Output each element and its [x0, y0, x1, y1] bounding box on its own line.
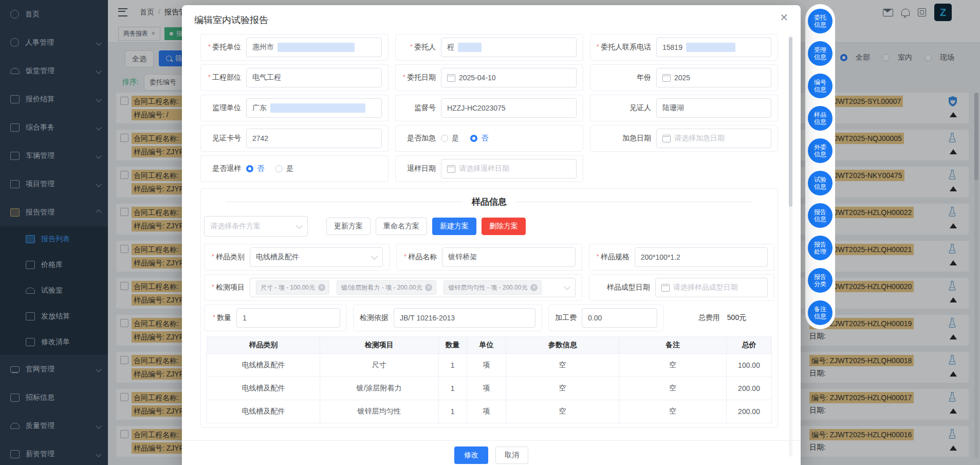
- field-value: 2025: [674, 74, 690, 82]
- sample-name-input[interactable]: 镀锌桥架: [442, 247, 575, 267]
- quantity-row: 数量 1 检测依据 JB/T 10216-2013 加工费 0.00 总费用 5…: [204, 305, 774, 331]
- table-cell: 项: [467, 377, 506, 400]
- rename-scheme-button[interactable]: 重命名方案: [376, 218, 427, 235]
- return-yes-radio[interactable]: [275, 165, 283, 172]
- project-part-input[interactable]: 电气工程: [246, 68, 382, 87]
- field-label: 委托人: [399, 43, 436, 52]
- anchor-report-info[interactable]: 报告信息: [808, 203, 833, 228]
- test-basis-input[interactable]: JB/T 10216-2013: [394, 308, 535, 328]
- urgent-yes-radio[interactable]: [441, 135, 448, 142]
- dialog-scrollbar-thumb[interactable]: [789, 37, 792, 207]
- anchor-entrust-info[interactable]: 委托信息: [808, 9, 833, 33]
- test-item-tag: 尺寸 - 项 - 100.00元×: [256, 280, 329, 295]
- total-fee-value: 500元: [727, 313, 746, 323]
- field-value: 惠州市: [252, 43, 274, 52]
- field-label: 是否加急: [399, 134, 436, 143]
- anchor-test-info[interactable]: 试验信息: [808, 171, 833, 195]
- year-input[interactable]: 2025: [656, 68, 771, 87]
- table-cell: 空: [506, 377, 619, 400]
- calendar-icon: [662, 74, 671, 82]
- entrust-date-input[interactable]: 2025-04-10: [441, 68, 577, 87]
- anchor-outsource-info[interactable]: 外委信息: [808, 138, 833, 163]
- supervise-no-input[interactable]: HZZJ-HC2023075: [441, 98, 577, 118]
- anchor-number-info[interactable]: 编号信息: [808, 74, 833, 98]
- field-value: 程: [447, 43, 454, 52]
- calendar-icon: [447, 74, 455, 82]
- table-cell: 1: [438, 354, 467, 377]
- field-label: 是否退样: [204, 164, 241, 173]
- update-scheme-button[interactable]: 更新方案: [326, 218, 371, 235]
- tag-label: 尺寸 - 项 - 100.00元: [261, 283, 315, 292]
- return-no-radio[interactable]: [246, 165, 253, 172]
- field-value: 广东: [252, 103, 267, 113]
- entrust-unit-field: 委托单位 惠州市: [200, 34, 389, 61]
- sample-spec-input[interactable]: 200*100*1.2: [635, 247, 768, 267]
- urgent-no-radio[interactable]: [470, 135, 477, 142]
- urgent-field: 是否加急 是 否: [395, 125, 583, 152]
- witness-input[interactable]: 陆珊湖: [656, 98, 771, 118]
- return-date-input[interactable]: 请选择退样日期: [441, 159, 577, 178]
- submit-button[interactable]: 修改: [454, 446, 488, 464]
- radio-label[interactable]: 是: [452, 134, 459, 143]
- scheme-row: 请选择条件方案 更新方案 重命名方案 新建方案 删除方案: [204, 216, 774, 237]
- sample-category-select[interactable]: 电线槽及配件: [250, 247, 383, 267]
- urgent-date-input[interactable]: 请选择加急日期: [656, 129, 771, 148]
- new-scheme-button[interactable]: 新建方案: [432, 218, 476, 235]
- radio-label[interactable]: 否: [481, 134, 488, 143]
- radio-label[interactable]: 否: [257, 164, 264, 173]
- table-cell: 尺寸: [320, 354, 438, 377]
- field-label: 加工费: [552, 313, 577, 323]
- process-fee-field: 加工费 0.00: [548, 305, 664, 331]
- app: 首页人事管理饭堂管理报价结算综合事务车辆管理项目管理报告管理报告列表价格库试验室…: [0, 0, 980, 465]
- section-title: 样品信息: [472, 196, 507, 208]
- tag-close-icon[interactable]: ×: [425, 284, 432, 291]
- return-sample-field: 是否退样 否 是: [200, 155, 389, 182]
- sample-spec-field: 样品规格 200*100*1.2: [589, 244, 774, 271]
- select-placeholder: 请选择条件方案: [210, 222, 261, 231]
- supervision-unit-input[interactable]: 广东: [246, 98, 382, 118]
- delete-scheme-button[interactable]: 删除方案: [482, 218, 526, 235]
- witness-card-field: 见证卡号 2742: [200, 125, 389, 152]
- redaction-block: [686, 43, 735, 52]
- anchor-label: 样品信息: [813, 111, 827, 126]
- field-label: 检测依据: [357, 313, 389, 323]
- table-cell: 1: [438, 377, 467, 400]
- column-header: 数量: [438, 337, 467, 354]
- quantity-input[interactable]: 1: [236, 308, 340, 328]
- process-fee-input[interactable]: 0.00: [582, 308, 657, 328]
- anchor-report-process[interactable]: 报告处理: [808, 236, 833, 260]
- sample-form-date-input[interactable]: 请选择样品成型日期: [655, 278, 768, 297]
- scheme-select[interactable]: 请选择条件方案: [204, 216, 308, 237]
- form-row: 工程部位 电气工程 委托日期 2025-04-10 年份 2025: [200, 64, 778, 91]
- field-value: HZZJ-HC2023075: [447, 104, 506, 112]
- cancel-button[interactable]: 取消: [495, 446, 528, 464]
- anchor-accept-info[interactable]: 受理信息: [808, 41, 833, 66]
- supervise-no-field: 监督号 HZZJ-HC2023075: [395, 95, 583, 121]
- radio-label[interactable]: 是: [286, 164, 293, 173]
- tag-close-icon[interactable]: ×: [318, 284, 325, 291]
- test-item-tag: 镀/涂层附着力 - 项 - 200.00元×: [337, 280, 436, 295]
- witness-card-input[interactable]: 2742: [246, 129, 382, 148]
- entrust-phone-input[interactable]: 15819: [656, 38, 771, 57]
- anchor-remark-info[interactable]: 备注信息: [808, 300, 833, 325]
- entrust-person-input[interactable]: 程: [441, 38, 577, 57]
- sample-name-field: 样品名称 镀锌桥架: [396, 244, 582, 271]
- field-label: 加急日期: [594, 134, 651, 143]
- table-cell: 电线槽及配件: [207, 354, 320, 377]
- chevron-down-icon: [296, 222, 303, 229]
- anchor-sample-info[interactable]: 样品信息: [808, 106, 833, 131]
- tag-label: 镀锌层均匀性 - 项 - 200.00元: [448, 283, 527, 292]
- return-date-field: 退样日期 请选择退样日期: [395, 155, 583, 182]
- table-cell: 空: [619, 377, 727, 400]
- form-row: 是否退样 否 是 退样日期 请选择退样日期: [200, 155, 778, 182]
- tag-close-icon[interactable]: ×: [530, 284, 538, 291]
- table-cell: 项: [467, 354, 506, 377]
- entrust-unit-input[interactable]: 惠州市: [246, 38, 382, 57]
- field-value: 2025-04-10: [459, 74, 496, 82]
- anchor-report-classify[interactable]: 报告分类: [808, 268, 833, 293]
- test-items-multiselect[interactable]: 尺寸 - 项 - 100.00元×镀/涂层附着力 - 项 - 200.00元×镀…: [250, 278, 576, 297]
- field-label: 样品名称: [400, 253, 437, 262]
- anchor-label: 备注信息: [813, 306, 827, 320]
- close-icon[interactable]: ✕: [780, 11, 788, 24]
- divider-line: [226, 202, 461, 202]
